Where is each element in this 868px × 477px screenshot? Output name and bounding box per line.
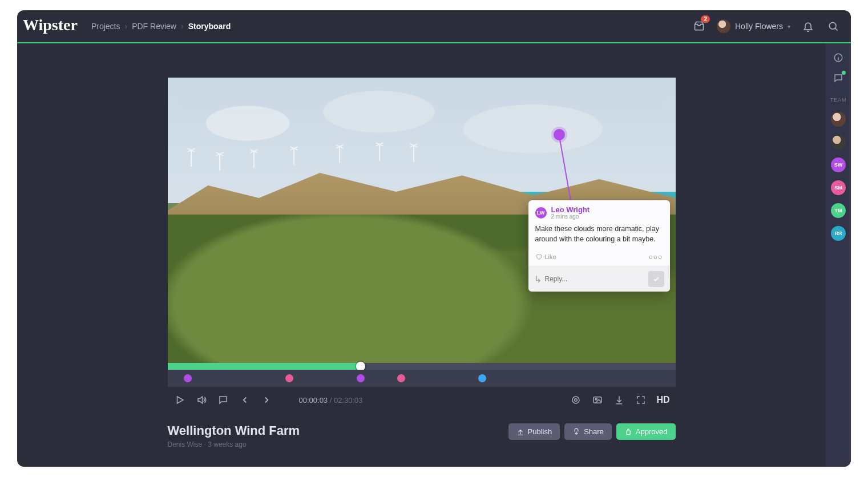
right-rail: TEAM SW SM TM RR [826,43,851,467]
comment-more-icon[interactable]: ooo [649,253,663,260]
turbine-icon [339,147,340,163]
comment-card: LW Leo Wright 2 mins ago Make these clou… [528,200,670,292]
asset-author: Denis Wise [168,440,203,448]
user-menu[interactable]: Holly Flowers ▾ [717,19,790,33]
app-logo[interactable]: Wipster [23,16,78,34]
asset-time: 3 weeks ago [208,440,246,448]
breadcrumb-storyboard[interactable]: Storyboard [188,22,231,31]
user-avatar [717,19,730,33]
team-avatar[interactable] [831,135,846,149]
comment-body: Make these clouds more dramatic, play ar… [528,222,670,250]
timeline-progress [168,363,361,370]
team-avatar[interactable]: SM [831,180,846,195]
turbine-icon [413,146,414,162]
publish-button[interactable]: Publish [508,423,560,440]
timeline [168,363,676,387]
info-icon[interactable] [832,51,845,64]
comment-header: LW Leo Wright 2 mins ago [528,200,670,222]
inbox-badge: 2 [701,15,710,23]
notifications-icon[interactable] [801,19,815,34]
timeline-markers [168,370,676,387]
turbine-icon [219,155,220,171]
approved-label: Approved [636,427,668,436]
controls-right: HD [570,394,669,406]
topbar-right: 2 Holly Flowers ▾ [692,19,841,34]
turbine-icon [379,145,380,161]
breadcrumb-separator: › [181,22,184,31]
svg-marker-1 [177,397,183,403]
inbox-icon[interactable]: 2 [692,19,706,34]
comment-author-name: Leo Wright [551,206,590,213]
volume-icon[interactable] [195,394,208,406]
approved-button[interactable]: Approved [616,423,676,440]
breadcrumb-separator: › [125,22,128,31]
comments-panel-icon[interactable] [832,72,845,84]
app-frame: Wipster Projects › PDF Review › Storyboa… [17,10,851,467]
team-avatar[interactable] [831,112,846,127]
fullscreen-icon[interactable] [635,394,647,406]
comment-like-label: Like [545,253,556,260]
asset-meta-row: Wellington Wind Farm Denis Wise · 3 week… [168,423,676,448]
comment-reply-submit[interactable] [648,271,664,287]
svg-point-5 [596,398,597,400]
comment-like-button[interactable]: Like [535,253,556,260]
breadcrumb-projects[interactable]: Projects [91,22,120,31]
timeline-marker[interactable] [397,374,405,382]
breadcrumb-pdf-review[interactable]: PDF Review [132,22,176,31]
content: LW Leo Wright 2 mins ago Make these clou… [17,43,826,467]
video-clouds [179,89,664,157]
player-controls: 00:00:03 / 02:30:03 HD [168,387,676,413]
publish-label: Publish [528,427,552,436]
share-button[interactable]: Share [564,423,612,440]
current-time: 00:00:03 [299,396,328,405]
team-avatar[interactable]: RR [831,226,846,241]
download-icon[interactable] [613,394,625,406]
svg-point-3 [575,399,578,402]
asset-actions: Publish Share Approved [508,423,676,440]
play-icon[interactable] [173,394,186,406]
topbar: Wipster Projects › PDF Review › Storyboa… [17,10,851,43]
user-name: Holly Flowers [735,22,783,31]
breadcrumbs: Projects › PDF Review › Storyboard [91,22,231,31]
share-label: Share [584,427,604,436]
comment-actions: Like ooo [528,250,670,266]
svg-point-0 [829,22,836,29]
comment-author-avatar: LW [535,207,547,219]
video-player: LW Leo Wright 2 mins ago Make these clou… [168,78,676,413]
turbine-icon [293,149,294,165]
timeline-marker[interactable] [478,374,486,382]
comment-timestamp: 2 mins ago [551,213,590,220]
asset-title-block: Wellington Wind Farm Denis Wise · 3 week… [168,423,300,448]
chevron-down-icon: ▾ [788,23,790,30]
time-display: 00:00:03 / 02:30:03 [299,396,363,405]
timeline-marker[interactable] [184,374,192,382]
quality-label[interactable]: HD [656,395,669,405]
timeline-track[interactable] [168,363,676,370]
team-label: TEAM [830,97,846,103]
comment-icon[interactable] [217,394,229,406]
timeline-marker[interactable] [357,374,365,382]
reply-icon: ↳ [534,274,542,285]
comment-reply-row: ↳ [528,266,670,292]
team-avatar[interactable]: SW [831,157,846,172]
svg-rect-4 [594,397,602,403]
comment-reply-input[interactable] [545,275,645,283]
video-frame[interactable]: LW Leo Wright 2 mins ago Make these clou… [168,78,676,363]
timeline-marker[interactable] [285,374,293,382]
main: LW Leo Wright 2 mins ago Make these clou… [17,43,851,467]
svg-point-2 [572,397,579,403]
record-icon[interactable] [570,394,582,406]
search-icon[interactable] [826,19,841,34]
asset-title: Wellington Wind Farm [168,423,300,438]
duration: 02:30:03 [334,396,363,405]
prev-frame-icon[interactable] [239,394,251,406]
turbine-icon [191,151,192,167]
asset-byline: Denis Wise · 3 weeks ago [168,440,300,448]
image-icon[interactable] [591,394,604,406]
comments-badge [842,71,846,75]
next-frame-icon[interactable] [260,394,273,406]
turbine-icon [253,152,255,168]
team-avatar[interactable]: TM [831,203,846,218]
